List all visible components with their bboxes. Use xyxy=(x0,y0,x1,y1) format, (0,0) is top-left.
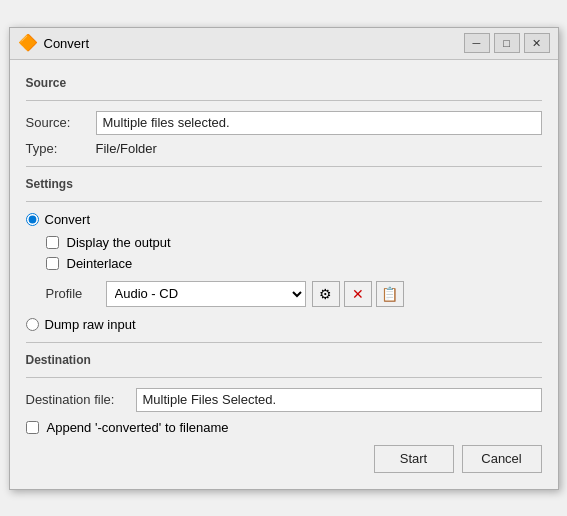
dump-radio[interactable] xyxy=(26,318,39,331)
settings-section: Settings Convert Display the output Dein… xyxy=(26,177,542,332)
start-button[interactable]: Start xyxy=(374,445,454,473)
vlc-icon: 🔶 xyxy=(18,33,38,53)
destination-section-label: Destination xyxy=(26,353,542,367)
profile-select[interactable]: Audio - CD Audio - MP3 Video - H.264 Vid… xyxy=(106,281,306,307)
convert-radio-row: Convert xyxy=(26,212,542,227)
convert-radio[interactable] xyxy=(26,213,39,226)
deinterlace-checkbox[interactable] xyxy=(46,257,59,270)
source-section-label: Source xyxy=(26,76,542,90)
append-checkbox[interactable] xyxy=(26,421,39,434)
display-output-checkbox[interactable] xyxy=(46,236,59,249)
source-field-row: Source: Multiple files selected. xyxy=(26,111,542,135)
type-field-row: Type: File/Folder xyxy=(26,141,542,156)
cancel-button[interactable]: Cancel xyxy=(462,445,542,473)
deinterlace-row: Deinterlace xyxy=(26,256,542,271)
settings-divider xyxy=(26,201,542,202)
source-value: Multiple files selected. xyxy=(103,115,230,130)
source-divider xyxy=(26,100,542,101)
profile-delete-button[interactable]: ✕ xyxy=(344,281,372,307)
source-label: Source: xyxy=(26,115,96,130)
destination-top-divider xyxy=(26,342,542,343)
profile-label: Profile xyxy=(46,286,106,301)
append-label[interactable]: Append '-converted' to filename xyxy=(47,420,229,435)
destination-section: Destination Destination file: Multiple F… xyxy=(26,353,542,435)
source-value-box: Multiple files selected. xyxy=(96,111,542,135)
profile-edit-button[interactable]: ⚙ xyxy=(312,281,340,307)
deinterlace-label[interactable]: Deinterlace xyxy=(67,256,133,271)
title-bar: 🔶 Convert ─ □ ✕ xyxy=(10,28,558,60)
close-button[interactable]: ✕ xyxy=(524,33,550,53)
profile-buttons: ⚙ ✕ 📋 xyxy=(312,281,404,307)
type-value: File/Folder xyxy=(96,141,157,156)
dump-radio-label[interactable]: Dump raw input xyxy=(45,317,136,332)
display-output-row: Display the output xyxy=(26,235,542,250)
dest-value: Multiple Files Selected. xyxy=(143,392,277,407)
dest-label: Destination file: xyxy=(26,392,136,407)
profile-row: Profile Audio - CD Audio - MP3 Video - H… xyxy=(46,281,542,307)
window-title: Convert xyxy=(44,36,464,51)
dest-field-row: Destination file: Multiple Files Selecte… xyxy=(26,388,542,412)
display-output-label[interactable]: Display the output xyxy=(67,235,171,250)
append-row: Append '-converted' to filename xyxy=(26,420,542,435)
convert-window: 🔶 Convert ─ □ ✕ Source Source: Multiple … xyxy=(9,27,559,490)
title-bar-buttons: ─ □ ✕ xyxy=(464,33,550,53)
dest-value-box: Multiple Files Selected. xyxy=(136,388,542,412)
minimize-button[interactable]: ─ xyxy=(464,33,490,53)
destination-divider xyxy=(26,377,542,378)
profile-new-button[interactable]: 📋 xyxy=(376,281,404,307)
bottom-buttons: Start Cancel xyxy=(26,445,542,473)
settings-section-label: Settings xyxy=(26,177,542,191)
settings-top-divider xyxy=(26,166,542,167)
source-section: Source Source: Multiple files selected. … xyxy=(26,76,542,156)
maximize-button[interactable]: □ xyxy=(494,33,520,53)
convert-radio-label[interactable]: Convert xyxy=(45,212,91,227)
window-content: Source Source: Multiple files selected. … xyxy=(10,60,558,489)
type-label: Type: xyxy=(26,141,96,156)
dump-radio-row: Dump raw input xyxy=(26,317,542,332)
